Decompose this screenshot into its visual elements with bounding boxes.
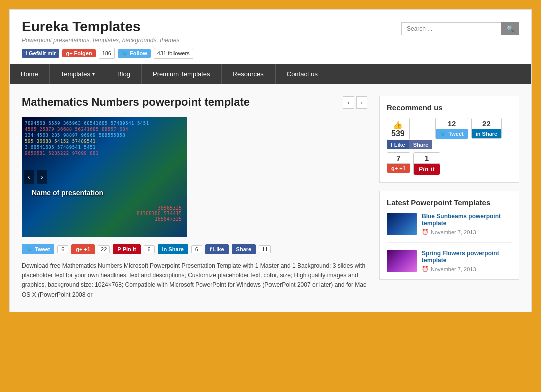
next-page-button[interactable]: › <box>356 96 367 109</box>
nav-blog[interactable]: Blog <box>106 64 142 84</box>
latest-item-date-1: ⏰ November 7, 2013 <box>422 229 512 235</box>
page-title-row: Mathematics Numbers powerpoint template … <box>22 96 367 109</box>
fb-like-widget: 👍 539 <box>387 118 410 140</box>
nav-contact[interactable]: Contact us <box>276 64 329 84</box>
linkedin-widget-share-button[interactable]: in Share <box>472 129 501 138</box>
slideshow-prev-button[interactable]: ‹ <box>24 170 34 184</box>
gplus-share-count: 22 <box>98 245 110 253</box>
gplus-widget: 7 g+ +1 <box>387 152 410 173</box>
main-content: Mathematics Numbers powerpoint template … <box>22 96 367 300</box>
tweet-button[interactable]: 🐦 Tweet <box>22 244 54 254</box>
fb-share-count: 11 <box>259 245 271 253</box>
sidebar: Recommend us 👍 539 f Like <box>379 96 519 300</box>
linkedin-widget-count-box: 22 <box>472 118 501 129</box>
linkedin-share-button[interactable]: in Share <box>158 244 188 254</box>
facebook-like-btn[interactable]: f Gefällt mir <box>22 49 59 58</box>
social-share-bar: 🐦 Tweet 6 g+ +1 22 P Pin it 6 in Share <box>22 244 367 254</box>
latest-section: Latest Powerpoint Templates Blue Sunbeam… <box>379 191 519 280</box>
twitter-follow-btn[interactable]: 🐦 Follow <box>118 49 151 58</box>
twitter-icon: 🐦 <box>121 50 128 57</box>
search-icon: 🔍 <box>506 25 514 32</box>
fb-widget-share-button[interactable]: Share <box>409 140 433 149</box>
fb-action-buttons: f Like Share <box>387 140 432 149</box>
nav-premium-templates[interactable]: Premium Templates <box>142 64 222 84</box>
linkedin-count: 6 <box>191 245 202 253</box>
gplus-share-icon: g+ <box>76 246 82 252</box>
pin-button[interactable]: P Pin it <box>113 244 140 254</box>
facebook-icon: f <box>25 50 27 57</box>
latest-thumb-2 <box>387 250 417 272</box>
description-text: Download free Mathematics Numbers Micros… <box>22 261 367 300</box>
facebook-like-icon: f <box>210 246 212 252</box>
fb-widget-count: 539 <box>391 130 405 138</box>
header-left: Eureka Templates Powerpoint presentation… <box>22 19 193 59</box>
gplus-follow-btn[interactable]: g+ Folgen <box>62 49 95 57</box>
page-nav-arrows: ‹ › <box>343 96 367 109</box>
linkedin-widget-count: 22 <box>482 119 491 128</box>
nav-bar: Home Templates ▾ Blog Premium Templates … <box>10 64 531 84</box>
site-tagline: Powerpoint presentations, templates, bac… <box>22 37 193 44</box>
pin-count: 6 <box>144 245 155 253</box>
facebook-icon-sm: f <box>391 142 393 148</box>
slide-row-1: 7894568 6559 365963 68541685 57489541 54… <box>25 121 184 126</box>
site-title: Eureka Templates <box>22 19 193 35</box>
fb-like-button[interactable]: f Like <box>205 244 229 254</box>
pinterest-widget: 1 Pin it <box>413 152 440 175</box>
slide-red-numbers: 3656532584368186 574415165647325 <box>137 205 182 222</box>
twitter-widget: 12 🐦 Tweet <box>435 118 468 139</box>
spring-flowers-thumb <box>387 250 417 272</box>
social-widgets: 👍 539 f Like Share <box>387 118 512 175</box>
header-right: 🔍 <box>401 22 519 35</box>
pinterest-widget-count: 1 <box>425 154 429 162</box>
slide-row-3: 134 4563 205 98897 96969 588555858 <box>25 133 184 138</box>
list-item: Spring Flowers powerpoint template ⏰ Nov… <box>387 250 512 272</box>
search-button[interactable]: 🔍 <box>501 22 519 35</box>
slide-row-5: 3 68541685 57489541 5451 <box>25 145 184 150</box>
gplus-widget-button[interactable]: g+ +1 <box>387 164 410 173</box>
latest-item-title-1[interactable]: Blue Sunbeams powerpoint template <box>422 213 512 227</box>
nav-resources[interactable]: Resources <box>222 64 276 84</box>
page-wrapper: Eureka Templates Powerpoint presentation… <box>9 9 532 312</box>
header: Eureka Templates Powerpoint presentation… <box>10 10 531 64</box>
slide-row-4: 595 36688 54152 57489541 <box>25 139 184 144</box>
latest-info-2: Spring Flowers powerpoint template ⏰ Nov… <box>422 250 512 272</box>
prev-page-button[interactable]: ‹ <box>343 96 354 109</box>
slideshow-next-button[interactable]: › <box>37 170 47 184</box>
pinterest-icon: P <box>117 246 121 252</box>
list-item: Blue Sunbeams powerpoint template ⏰ Nove… <box>387 213 512 243</box>
pinterest-widget-count-box: 1 <box>414 153 440 164</box>
linkedin-widget: 22 in Share <box>471 118 502 139</box>
latest-item-date-2: ⏰ November 7, 2013 <box>422 266 512 272</box>
gplus-icon: g+ <box>66 50 72 56</box>
twitter-followers-count: 431 followers <box>154 48 193 59</box>
clock-icon: ⏰ <box>422 229 429 235</box>
pinterest-widget-button[interactable]: Pin it <box>414 164 440 175</box>
latest-item-title-2[interactable]: Spring Flowers powerpoint template <box>422 250 512 264</box>
latest-thumb-1 <box>387 213 417 235</box>
slideshow: 7894568 6559 365963 68541685 57489541 54… <box>22 117 187 237</box>
twitter-widget-count: 12 <box>448 119 456 128</box>
nav-templates[interactable]: Templates ▾ <box>50 64 106 84</box>
slide-row-2: 4565 25879 36688 56241685 88557 684 <box>25 127 184 132</box>
fb-share-button[interactable]: Share <box>232 244 256 254</box>
search-input[interactable] <box>401 22 501 35</box>
gplus-share-button[interactable]: g+ +1 <box>71 244 95 254</box>
twitter-widget-count-box: 12 <box>436 118 467 129</box>
gplus-widget-count-box: 7 <box>387 153 410 164</box>
recommend-title: Recommend us <box>387 103 512 112</box>
recommend-section: Recommend us 👍 539 f Like <box>379 96 519 183</box>
facebook-widget: 👍 539 f Like Share <box>387 118 432 149</box>
gplus-count: 186 <box>99 48 115 59</box>
twitter-share-icon: 🐦 <box>26 246 33 252</box>
page-title: Mathematics Numbers powerpoint template <box>22 96 250 109</box>
latest-title: Latest Powerpoint Templates <box>387 198 512 207</box>
social-bar: f Gefällt mir g+ Folgen 186 🐦 Follow 431… <box>22 48 193 59</box>
nav-home[interactable]: Home <box>10 64 50 84</box>
fb-widget-like-button[interactable]: f Like <box>387 140 409 149</box>
content-area: Mathematics Numbers powerpoint template … <box>10 84 531 312</box>
clock-icon-2: ⏰ <box>422 266 429 272</box>
thumbs-up-icon: 👍 <box>393 120 403 130</box>
twitter-widget-tweet-button[interactable]: 🐦 Tweet <box>436 129 467 139</box>
chevron-down-icon: ▾ <box>92 71 95 77</box>
latest-info-1: Blue Sunbeams powerpoint template ⏰ Nove… <box>422 213 512 235</box>
